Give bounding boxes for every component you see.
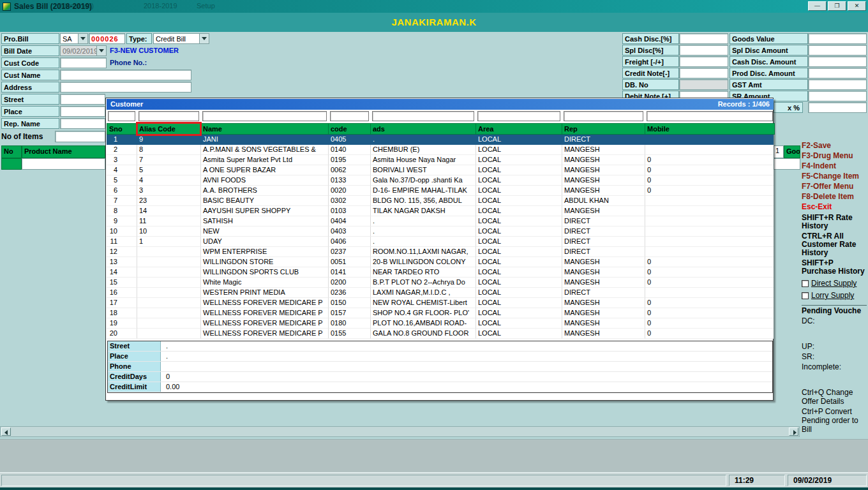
- totals-input-gst-amt[interactable]: [808, 79, 867, 90]
- chevron-down-icon[interactable]: [78, 34, 87, 43]
- no-of-items-input[interactable]: [55, 131, 105, 142]
- totals-input-spl-disc-amount[interactable]: [808, 45, 867, 56]
- customer-row[interactable]: 20WELLNESS FOREVER MEDICARE P0155GALA NO…: [107, 329, 774, 339]
- customer-col-ads[interactable]: ads: [371, 123, 476, 135]
- customer-cell: [645, 206, 774, 216]
- customer-cell: 9: [107, 216, 137, 226]
- customer-row[interactable]: 1010NEW0403.LOCALDIRECT: [107, 226, 774, 237]
- customer-row[interactable]: 14WILLINGDON SPORTS CLUB0141NEAR TARDEO …: [107, 267, 774, 278]
- customer-filter-input[interactable]: [477, 111, 560, 121]
- company-header: JANAKIRAMAN.K: [0, 13, 868, 32]
- customer-row[interactable]: 13WILLINGDON STORE005120-B WILLINGDON CO…: [107, 257, 774, 267]
- customer-row[interactable]: 12WPM ENTERPRISE0237ROOM.NO.11,LAXMI NAG…: [107, 247, 774, 257]
- sidebar-item-f8-delete-item[interactable]: F8-Delete Item: [802, 192, 867, 202]
- customer-row[interactable]: 45A ONE SUPER BAZAR0062BORIVALI WESTLOCA…: [107, 165, 774, 175]
- sidebar-item-esc-exit[interactable]: Esc-Exit: [802, 202, 867, 212]
- totals-input-prod-disc-amount[interactable]: [808, 68, 867, 78]
- customer-row[interactable]: 37Asmita Super Market Pvt Ltd0195Asmita …: [107, 155, 774, 165]
- customer-col-area[interactable]: Area: [476, 123, 562, 135]
- bill-date-field[interactable]: 09/02/2019: [60, 45, 107, 56]
- customer-cell: [645, 237, 774, 247]
- customer-cell: BLDG NO. 115, 356, ABDUL: [371, 196, 476, 206]
- sidebar-item-f5-change-item[interactable]: F5-Change Item: [802, 172, 867, 181]
- street-input[interactable]: [60, 94, 105, 105]
- customer-cell: [137, 288, 201, 298]
- checkbox-icon[interactable]: [802, 280, 809, 287]
- horizontal-scrollbar[interactable]: [0, 426, 800, 437]
- customer-filter-input[interactable]: [202, 111, 327, 121]
- sidebar-checkbox-direct-supply[interactable]: Direct Supply: [802, 279, 867, 288]
- customer-cell: A.P.MANI & SONS VEGETABLES &: [201, 145, 329, 155]
- totals-input-spl-disc[interactable]: [679, 45, 728, 56]
- customer-row[interactable]: 63A.A. BROTHERS0020D-16- EMPIRE MAHAL-TI…: [107, 186, 774, 196]
- cust-name-input[interactable]: [60, 70, 191, 80]
- totals-input-cash-disc[interactable]: [679, 33, 728, 44]
- customer-row[interactable]: 15White Magic0200B.P.T PLOT NO 2--Achrya…: [107, 278, 774, 288]
- customer-row[interactable]: 18WELLNESS FOREVER MEDICARE P0157SHOP NO…: [107, 308, 774, 318]
- chevron-down-icon[interactable]: [96, 46, 106, 56]
- customer-cell: 20-B WILLINGDON COLONY: [371, 257, 476, 267]
- customer-row[interactable]: 19JANI0405.LOCALDIRECT: [107, 135, 774, 145]
- bill-type-dropdown[interactable]: Credit Bill: [153, 33, 209, 44]
- sidebar-item-f4-indent[interactable]: F4-Indent: [802, 161, 867, 171]
- customer-filter-input[interactable]: [330, 111, 369, 121]
- status-time: 11:29: [729, 475, 785, 486]
- sidebar-item-f7-offer-menu[interactable]: F7-Offer Menu: [802, 182, 867, 191]
- customer-filter-input[interactable]: [564, 111, 643, 121]
- totals-input-freight[interactable]: [679, 56, 728, 67]
- bill-number-field[interactable]: 000026: [89, 33, 125, 44]
- customer-cell: 12: [107, 247, 137, 257]
- cust-code-input[interactable]: [60, 57, 107, 68]
- customer-col-rep[interactable]: Rep: [562, 123, 645, 135]
- customer-col-code[interactable]: code: [329, 123, 371, 135]
- customer-row[interactable]: 28A.P.MANI & SONS VEGETABLES &0140CHEMBU…: [107, 145, 774, 155]
- customer-cell: MANGESH: [562, 298, 645, 308]
- minimize-button[interactable]: —: [808, 1, 827, 11]
- place-input[interactable]: [60, 106, 105, 117]
- totals-input-db-no[interactable]: [679, 79, 728, 90]
- totals-input-cash-disc-amount[interactable]: [808, 56, 867, 67]
- sidebar-item-f3-drug-menu[interactable]: F3-Drug Menu: [802, 151, 867, 161]
- scroll-left-icon[interactable]: [1, 427, 11, 436]
- totals-input-sr-amount[interactable]: [808, 91, 867, 101]
- customer-row[interactable]: 54AVNI FOODS0133Gala No.37/D-opp .shanti…: [107, 175, 774, 186]
- customer-col-alias-code[interactable]: Alias Code: [137, 123, 201, 135]
- customer-row[interactable]: 723BASIC BEAUTY0302BLDG NO. 115, 356, AB…: [107, 196, 774, 206]
- totals-input-goods-value[interactable]: [808, 33, 867, 44]
- customer-filter-input[interactable]: [108, 111, 135, 121]
- checkbox-icon[interactable]: [802, 292, 809, 299]
- tax-percent-input[interactable]: [808, 102, 867, 113]
- customer-row[interactable]: 911SATHISH0404.LOCALDIRECT: [107, 216, 774, 226]
- detail-row-place: Place.: [108, 352, 772, 362]
- new-customer-hint: F3-NEW CUSTOMER: [110, 47, 179, 54]
- customer-cell: [137, 247, 201, 257]
- restore-button[interactable]: ❐: [828, 1, 846, 11]
- customer-row[interactable]: 111UDAY0406.LOCALDIRECT: [107, 237, 774, 247]
- customer-popup-titlebar[interactable]: Customer Records : 1/406: [107, 99, 774, 110]
- scroll-right-icon[interactable]: [789, 427, 798, 436]
- series-dropdown[interactable]: SA: [60, 33, 88, 44]
- sidebar-checkbox-lorry-supply[interactable]: Lorry Supply: [802, 292, 867, 300]
- customer-row[interactable]: 17WELLNESS FOREVER MEDICARE P0150NEW ROY…: [107, 298, 774, 308]
- rep-name-input[interactable]: [60, 118, 105, 129]
- customer-filter-input[interactable]: [138, 111, 199, 121]
- totals-input-credit-note[interactable]: [679, 68, 728, 78]
- customer-row[interactable]: 19WELLNESS FOREVER MEDICARE P0180PLOT NO…: [107, 318, 774, 329]
- bill-date-value: 09/02/2019: [63, 47, 98, 55]
- product-row-name-cell[interactable]: [22, 158, 105, 170]
- customer-row[interactable]: 814AAYUSHI SUPER SHOPPY0103TILAK NAGAR D…: [107, 206, 774, 216]
- customer-row[interactable]: 16WESTERN PRINT MEDIA0236LAXMI NAGAR,M.I…: [107, 288, 774, 298]
- customer-filter-input[interactable]: [372, 111, 474, 121]
- customer-filter-input[interactable]: [647, 111, 773, 121]
- customer-col-name[interactable]: Name: [201, 123, 329, 135]
- customer-col-mobile[interactable]: Mobile: [645, 123, 775, 135]
- close-button[interactable]: ✕: [848, 1, 866, 11]
- customer-col-sno[interactable]: Sno: [107, 123, 137, 135]
- customer-cell: DIRECT: [562, 237, 645, 247]
- address-input[interactable]: [60, 82, 191, 93]
- sidebar-item-f2-save[interactable]: F2-Save: [802, 141, 867, 151]
- chevron-down-icon[interactable]: [199, 34, 209, 43]
- customer-cell: .: [371, 216, 476, 226]
- customer-cell: Asmita Super Market Pvt Ltd: [201, 155, 329, 165]
- customer-cell: LOCAL: [476, 165, 562, 175]
